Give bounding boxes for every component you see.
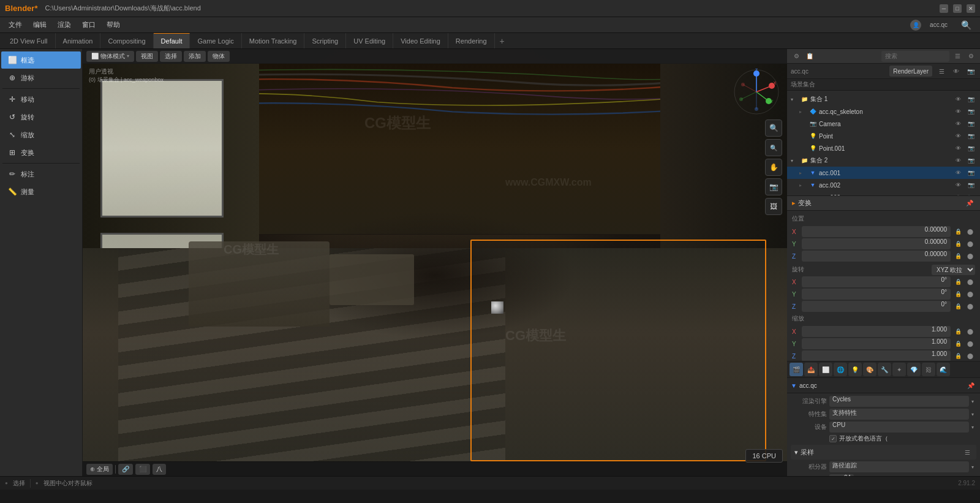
tool-transform[interactable]: ⊞ 变换: [1, 144, 81, 161]
pos-y-anim-btn[interactable]: ⬤: [965, 239, 975, 249]
tab-animation[interactable]: Animation: [56, 33, 101, 48]
scale-x-value[interactable]: 1.000: [802, 326, 951, 337]
pos-z-value[interactable]: 0.00000: [802, 251, 951, 262]
outliner-search-input[interactable]: [881, 51, 950, 62]
props-tab-material[interactable]: 🌊: [937, 363, 950, 376]
tree-point[interactable]: 💡 Point 👁 📷: [787, 130, 980, 142]
rot-x-anim-btn[interactable]: ⬤: [965, 277, 975, 287]
props-tab-world[interactable]: 💡: [848, 363, 862, 376]
skeleton-cam-btn[interactable]: 📷: [965, 106, 976, 117]
global-btn[interactable]: ⊕ 全局: [86, 464, 113, 475]
viewport-gizmo-btn[interactable]: 八: [153, 464, 166, 475]
tool-scale[interactable]: ⤡ 缩放: [1, 126, 81, 143]
pos-z-lock-btn[interactable]: 🔒: [953, 251, 963, 261]
tab-video-editing[interactable]: Video Editing: [393, 33, 448, 48]
acc-002-cam-btn[interactable]: 📷: [965, 180, 976, 191]
tree-acc-003[interactable]: ▸ ▼ acc.003 👁 📷: [787, 191, 980, 195]
props-tab-scene[interactable]: 🌐: [834, 363, 847, 376]
rot-y-value[interactable]: 0°: [802, 289, 951, 300]
outliner-toggle-btn[interactable]: ☰: [952, 51, 963, 62]
tab-uv-editing[interactable]: UV Editing: [346, 33, 393, 48]
tree-acc-skeleton[interactable]: ▸ 🔷 acc.qc_skeleton 👁 📷: [787, 105, 980, 118]
menu-help[interactable]: 帮助: [102, 19, 125, 31]
outliner-filter-btn[interactable]: ⚙: [791, 51, 802, 62]
point-eye-btn[interactable]: 👁: [952, 130, 963, 142]
props-tab-constraints[interactable]: ⛓: [922, 363, 935, 376]
scale-x-anim-btn[interactable]: ⬤: [965, 327, 975, 336]
scale-y-lock-btn[interactable]: 🔒: [953, 339, 963, 349]
pos-z-anim-btn[interactable]: ⬤: [965, 251, 975, 261]
outliner-view-layer-btn[interactable]: 📋: [804, 51, 815, 62]
object-menu-btn[interactable]: 物体: [208, 51, 230, 62]
render-layer-value[interactable]: RenderLayer: [889, 66, 932, 77]
open-shading-checkbox[interactable]: ✓: [829, 435, 837, 442]
pos-x-anim-btn[interactable]: ⬤: [965, 227, 975, 236]
tree-collection-1[interactable]: ▾ 📁 集合 1 👁 📷: [787, 93, 980, 105]
menu-window[interactable]: 窗口: [77, 19, 100, 31]
view-render-btn[interactable]: 🖼: [765, 198, 782, 215]
acc-003-cam-btn[interactable]: 📷: [965, 192, 976, 195]
tab-default[interactable]: Default: [154, 33, 190, 48]
tree-acc-002[interactable]: ▸ ▼ acc.002 👁 📷: [787, 179, 980, 191]
scale-x-lock-btn[interactable]: 🔒: [953, 327, 963, 336]
transform-panel-header[interactable]: ▸ 变换 📌: [787, 196, 980, 211]
transform-pin-btn[interactable]: 📌: [964, 198, 975, 209]
integrator-value[interactable]: 路径追踪: [829, 461, 969, 472]
pos-x-lock-btn[interactable]: 🔒: [953, 227, 963, 236]
tab-motion-tracking[interactable]: Motion Tracking: [242, 33, 305, 48]
outliner-eye-icon[interactable]: 👁: [951, 66, 962, 77]
scale-y-anim-btn[interactable]: ⬤: [965, 339, 975, 349]
point-cam-btn[interactable]: 📷: [965, 130, 976, 142]
menu-render[interactable]: 渲染: [53, 19, 76, 31]
zoom-out-btn[interactable]: 🔍: [765, 139, 782, 156]
collection-2-cam-btn[interactable]: 📷: [965, 155, 976, 166]
device-value[interactable]: CPU: [829, 422, 969, 433]
rot-y-lock-btn[interactable]: 🔒: [953, 289, 963, 299]
pos-y-lock-btn[interactable]: 🔒: [953, 239, 963, 249]
tab-scripting[interactable]: Scripting: [304, 33, 346, 48]
menu-edit[interactable]: 编辑: [28, 19, 51, 31]
maximize-btn[interactable]: □: [953, 4, 962, 13]
point-001-eye-btn[interactable]: 👁: [952, 143, 963, 154]
orbit-btn[interactable]: ✋: [765, 159, 782, 176]
rot-y-anim-btn[interactable]: ⬤: [965, 289, 975, 299]
viewport-mode-btn[interactable]: ⬜ 物体模式 ▾: [86, 51, 134, 62]
outliner-camera-icon[interactable]: 📷: [965, 66, 976, 77]
props-tab-particles[interactable]: ✦: [892, 363, 906, 376]
collection-1-render-btn[interactable]: 📷: [965, 94, 976, 105]
tool-rotate[interactable]: ↺ 旋转: [1, 108, 81, 126]
scale-y-value[interactable]: 1.000: [802, 338, 951, 349]
rot-z-value[interactable]: 0°: [802, 301, 951, 312]
link-btn[interactable]: 🔗: [118, 464, 133, 475]
nav-gizmo[interactable]: Z Y X: [732, 67, 781, 116]
feature-set-value[interactable]: 支持特性: [829, 409, 969, 420]
acc-003-eye-btn[interactable]: 👁: [952, 192, 963, 195]
tree-acc-001[interactable]: ▸ ▼ acc.001 👁 📷: [787, 167, 980, 179]
rot-z-lock-btn[interactable]: 🔒: [953, 301, 963, 311]
tab-rendering[interactable]: Rendering: [448, 33, 495, 48]
tab-add-btn[interactable]: +: [495, 33, 510, 48]
tool-cursor[interactable]: ⊕ 游标: [1, 69, 81, 86]
tab-2d-view-full[interactable]: 2D View Full: [2, 33, 56, 48]
point-001-cam-btn[interactable]: 📷: [965, 143, 976, 154]
rotation-mode-select[interactable]: XYZ 欧拉: [932, 265, 975, 275]
tool-select-box[interactable]: ⬜ 框选: [1, 51, 81, 69]
select-menu-btn[interactable]: 选择: [160, 51, 182, 62]
render-layer-menu[interactable]: ☰: [936, 66, 947, 77]
render-engine-value[interactable]: Cycles: [829, 396, 969, 407]
scale-z-anim-btn[interactable]: ⬤: [965, 351, 975, 361]
tree-camera[interactable]: 📷 Camera 👁 📷: [787, 118, 980, 130]
acc-001-eye-btn[interactable]: 👁: [952, 167, 963, 178]
viewport-3d[interactable]: ⬜ 物体模式 ▾ 视图 选择 添加 物体: [83, 49, 787, 476]
rot-x-lock-btn[interactable]: 🔒: [953, 277, 963, 287]
tab-compositing[interactable]: Compositing: [100, 33, 153, 48]
props-tab-physics[interactable]: 💎: [907, 363, 921, 376]
props-tab-modifier[interactable]: 🔧: [878, 363, 891, 376]
collection-2-vis-btn[interactable]: 👁: [952, 155, 963, 166]
viewport-scene[interactable]: 用户透视 (0) 场景集合 | acc_weaponbox CG模型生 CG模型…: [83, 49, 787, 476]
sampling-section-header[interactable]: ▾ 采样 ☰: [791, 445, 976, 460]
view-camera-btn[interactable]: 📷: [765, 178, 782, 195]
tab-game-logic[interactable]: Game Logic: [190, 33, 241, 48]
sampling-menu-btn[interactable]: ☰: [962, 447, 973, 458]
view-menu-btn[interactable]: 视图: [136, 51, 158, 62]
